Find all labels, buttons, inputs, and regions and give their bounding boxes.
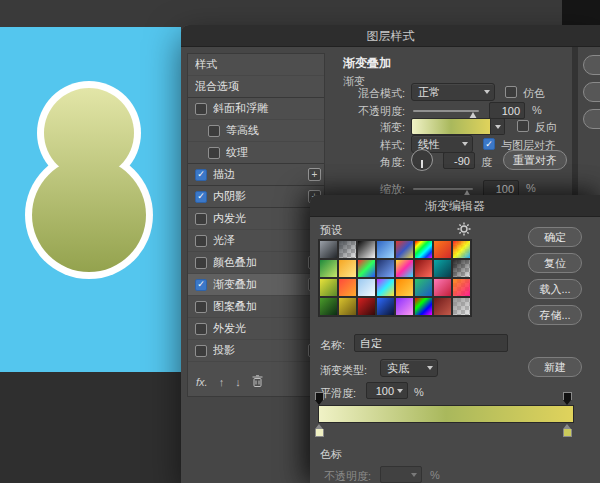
effects-list-item[interactable]: ✓渐变叠加+ <box>188 274 324 296</box>
gradient-preset[interactable] <box>452 297 471 316</box>
effects-list-item[interactable]: 图案叠加 <box>188 296 324 318</box>
canvas[interactable] <box>0 27 181 372</box>
opacity-stop-right[interactable] <box>562 392 573 405</box>
gear-icon[interactable] <box>457 222 471 236</box>
gradient-preset[interactable] <box>319 259 338 278</box>
trash-icon[interactable] <box>252 375 263 389</box>
gradient-preset[interactable] <box>338 297 357 316</box>
gradient-preset[interactable] <box>338 278 357 297</box>
move-up-icon[interactable]: ↑ <box>219 376 225 388</box>
effect-checkbox[interactable]: ✓ <box>195 279 207 291</box>
gradient-preset-fill <box>320 279 337 296</box>
load-button[interactable]: 载入... <box>528 279 582 299</box>
move-down-icon[interactable]: ↓ <box>235 376 241 388</box>
reset-button[interactable]: 复位 <box>528 253 582 273</box>
gradient-preset[interactable] <box>357 240 376 259</box>
effect-checkbox[interactable] <box>195 103 207 115</box>
gradient-preset[interactable] <box>376 278 395 297</box>
gradient-bar[interactable] <box>318 405 574 423</box>
gradient-preset[interactable] <box>338 240 357 259</box>
new-style-button-cutoff[interactable] <box>583 109 600 129</box>
gradient-preset-fill <box>358 260 375 277</box>
gradient-preset[interactable] <box>414 297 433 316</box>
scale-value-text: 100 <box>496 183 514 195</box>
effects-list-item[interactable]: 斜面和浮雕 <box>188 98 324 120</box>
reset-align-button[interactable]: 重置对齐 <box>503 150 567 170</box>
effects-list-item[interactable]: 内发光 <box>188 208 324 230</box>
gradient-preset[interactable] <box>376 297 395 316</box>
effects-list-item[interactable]: 混合选项 <box>188 76 324 98</box>
effects-list-item[interactable]: 等高线 <box>188 120 324 142</box>
effect-checkbox[interactable] <box>208 147 220 159</box>
gradient-preset[interactable] <box>357 278 376 297</box>
gradient-name-input[interactable] <box>354 334 508 352</box>
gradient-preset[interactable] <box>414 240 433 259</box>
effects-list-item[interactable]: ✓描边+ <box>188 164 324 186</box>
effects-list-item[interactable]: 外发光 <box>188 318 324 340</box>
effect-checkbox[interactable]: ✓ <box>195 191 207 203</box>
gradient-preset[interactable] <box>452 278 471 297</box>
gradient-preset[interactable] <box>376 259 395 278</box>
gradient-preset[interactable] <box>433 240 452 259</box>
opacity-slider[interactable] <box>413 110 479 112</box>
effects-list-item[interactable]: 样式 <box>188 54 324 76</box>
gradient-preset[interactable] <box>395 297 414 316</box>
reverse-checkbox[interactable] <box>517 120 529 132</box>
gradient-preset[interactable] <box>433 259 452 278</box>
effect-checkbox[interactable] <box>195 345 207 357</box>
effect-checkbox[interactable] <box>195 213 207 225</box>
effects-list-item[interactable]: 投影+ <box>188 340 324 362</box>
effects-list-item[interactable]: ✓内阴影+ <box>188 186 324 208</box>
gradient-preset[interactable] <box>395 278 414 297</box>
color-stop-swatch <box>563 429 572 437</box>
effect-label: 渐变叠加 <box>213 277 302 292</box>
color-stop-right[interactable] <box>562 424 573 437</box>
ok-button[interactable]: 确定 <box>528 227 582 247</box>
effect-checkbox[interactable] <box>195 323 207 335</box>
effects-list-item[interactable]: 纹理 <box>188 142 324 164</box>
fx-icon[interactable]: fx. <box>196 376 208 388</box>
gradient-editor-titlebar[interactable]: 渐变编辑器 <box>310 195 600 217</box>
effect-checkbox[interactable] <box>195 257 207 269</box>
opacity-stop-left[interactable] <box>314 392 325 405</box>
gradient-preset[interactable] <box>395 240 414 259</box>
effect-checkbox[interactable] <box>208 125 220 137</box>
angle-value[interactable]: -90 <box>443 152 475 169</box>
gradient-preview-dropdown[interactable] <box>491 118 505 135</box>
gradient-preset[interactable] <box>319 240 338 259</box>
add-effect-icon[interactable]: + <box>308 168 321 181</box>
effect-checkbox[interactable] <box>195 301 207 313</box>
ok-button-cutoff[interactable] <box>583 55 600 75</box>
effect-checkbox[interactable]: ✓ <box>195 169 207 181</box>
layer-style-titlebar[interactable]: 图层样式 <box>181 25 600 47</box>
gradient-preset[interactable] <box>414 259 433 278</box>
dither-checkbox[interactable] <box>505 86 517 98</box>
smoothness-value[interactable]: 100 <box>366 382 408 399</box>
gradient-preset[interactable] <box>338 259 357 278</box>
gradient-preset[interactable] <box>452 240 471 259</box>
new-button[interactable]: 新建 <box>528 357 582 377</box>
gradient-preset[interactable] <box>433 278 452 297</box>
angle-dial[interactable] <box>411 149 433 171</box>
gradient-type-select[interactable]: 实底 <box>380 359 438 377</box>
color-stop-left[interactable] <box>314 424 325 437</box>
gradient-preset[interactable] <box>357 297 376 316</box>
gradient-preset[interactable] <box>376 240 395 259</box>
cancel-button-cutoff[interactable] <box>583 82 600 102</box>
gradient-preset[interactable] <box>319 278 338 297</box>
gradient-preset[interactable] <box>395 259 414 278</box>
gradient-preset[interactable] <box>452 259 471 278</box>
dither-label: 仿色 <box>523 86 545 101</box>
effect-checkbox[interactable] <box>195 235 207 247</box>
effects-list-item[interactable]: 光泽 <box>188 230 324 252</box>
gradient-preset[interactable] <box>319 297 338 316</box>
save-button[interactable]: 存储... <box>528 305 582 325</box>
gradient-preset[interactable] <box>433 297 452 316</box>
blend-mode-select[interactable]: 正常 <box>411 83 495 101</box>
scale-slider[interactable] <box>413 188 473 190</box>
gradient-preview[interactable] <box>411 118 491 135</box>
gradient-preset[interactable] <box>357 259 376 278</box>
gradient-preset-fill <box>377 298 394 315</box>
effects-list-item[interactable]: 颜色叠加+ <box>188 252 324 274</box>
gradient-preset[interactable] <box>414 278 433 297</box>
